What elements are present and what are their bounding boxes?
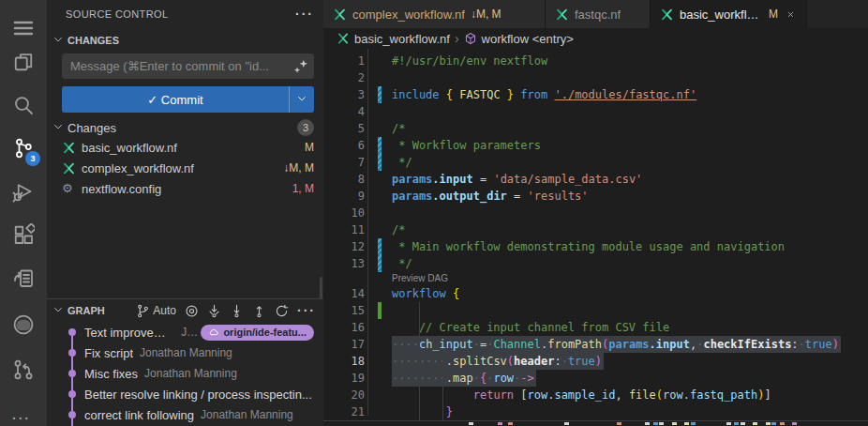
code-line-15[interactable]: 15 <box>323 302 868 319</box>
breadcrumb-symbol[interactable]: workflow <entry> <box>482 32 574 46</box>
code-line-13[interactable]: 13 */ <box>323 255 868 272</box>
nextflow-file-icon <box>333 8 347 22</box>
changes-section-header[interactable]: CHANGES <box>52 32 119 49</box>
commit-message-input[interactable] <box>62 53 314 79</box>
clipped-next-line <box>323 421 868 426</box>
graph-target-button[interactable] <box>185 304 199 318</box>
line-number: 10 <box>323 205 365 221</box>
commit-message: Fix script <box>84 346 133 360</box>
file-row-basic_workflow.nf[interactable]: basic_workflow.nfM <box>47 137 323 158</box>
code-line-5[interactable]: 5/* <box>323 120 868 137</box>
graph-more-button[interactable]: ··· <box>297 303 316 318</box>
sparkle-ai-commit-icon[interactable] <box>292 58 309 75</box>
activity-item-extensions[interactable] <box>0 216 47 253</box>
gutter-added-indicator <box>378 302 382 319</box>
commit-dropdown-button[interactable] <box>289 86 314 113</box>
commit-author: Jonathan Manning <box>144 367 237 380</box>
code-line-19[interactable]: 19········.map·{·row·-> <box>323 370 868 387</box>
breadcrumb-file[interactable]: basic_workflow.nf <box>354 32 450 46</box>
code-line-9[interactable]: 9params.output_dir = 'results' <box>323 188 868 205</box>
clipped-token <box>792 422 797 425</box>
code-line-18[interactable]: 18········.splitCsv(header:·true) <box>323 353 868 370</box>
code-line-3[interactable]: 3include { FASTQC } from './modules/fast… <box>323 86 868 103</box>
graph-refresh-button[interactable] <box>275 304 289 318</box>
activity-item-file-history[interactable] <box>0 259 47 297</box>
code-line-1[interactable]: 1#!/usr/bin/env nextflow <box>323 53 868 69</box>
activity-item-explorer[interactable] <box>0 43 47 81</box>
activity-item-search[interactable] <box>0 86 47 124</box>
changes-count-badge: 3 <box>297 119 314 136</box>
commit-row[interactable]: Misc fixesJonathan Manning <box>47 363 323 384</box>
sidebar-title-row: SOURCE CONTROL ··· <box>66 0 314 28</box>
code-line-2[interactable]: 2 <box>323 69 868 86</box>
breadcrumb-separator: › <box>455 31 459 46</box>
commit-message: correct link following <box>84 408 194 422</box>
sidebar-more-actions-button[interactable]: ··· <box>295 7 314 22</box>
activity-item-github[interactable] <box>0 306 47 343</box>
line-number: 21 <box>323 403 365 420</box>
graph-push-button[interactable] <box>252 304 266 318</box>
commit-dot <box>68 390 76 398</box>
file-row-nextflow.config[interactable]: ⚙nextflow.config1, M <box>47 178 323 199</box>
file-name: nextflow.config <box>82 182 161 196</box>
code-line-10[interactable]: 10 <box>323 205 868 221</box>
clipped-token <box>645 422 650 425</box>
clipped-token <box>508 422 513 425</box>
code-line-16[interactable]: 16 // Create input channel from CSV file <box>323 319 868 336</box>
code-line-12[interactable]: 12 * Main workflow demonstrating module … <box>323 238 868 255</box>
commit-message: Misc fixes <box>84 367 138 381</box>
line-text: workflow { <box>392 285 459 302</box>
line-number: 18 <box>323 353 365 370</box>
codelens-preview-dag[interactable]: Preview DAG <box>392 272 448 285</box>
tab-basic_workflow.nf[interactable]: basic_workflow.nfM <box>651 0 807 28</box>
commit-dot <box>68 411 76 418</box>
clipped-token <box>766 422 771 425</box>
codelens-row: Preview DAG <box>323 272 868 285</box>
more-icon: ··· <box>12 411 35 426</box>
gutter-modified-indicator <box>378 137 382 154</box>
code-line-21[interactable]: 21 } <box>323 403 868 420</box>
gutter-modified-indicator <box>378 86 382 103</box>
commit-row[interactable]: Better resolve linking / process inspect… <box>47 384 323 404</box>
code-line-4[interactable]: 4 <box>323 103 868 120</box>
commit-button[interactable]: ✓ Commit <box>62 86 314 113</box>
changes-tree-label: Changes <box>67 121 116 135</box>
code-line-7[interactable]: 7 */ <box>323 154 868 171</box>
commit-dot <box>68 349 76 357</box>
activity-item-run-and-debug[interactable] <box>0 173 47 210</box>
clipped-token <box>617 422 621 425</box>
commit-list: Text improvementJo...origin/ide-featu...… <box>47 322 323 425</box>
commit-row[interactable]: Text improvementJo...origin/ide-featu... <box>47 322 323 342</box>
activity-item-source-control[interactable]: 3 <box>0 129 47 167</box>
code-line-8[interactable]: 8params.input = 'data/sample_data.csv' <box>323 171 868 188</box>
code-editor[interactable]: 1#!/usr/bin/env nextflow23include { FAST… <box>323 49 868 426</box>
code-line-11[interactable]: 11/* <box>323 221 868 238</box>
code-line-17[interactable]: 17····ch_input·=·Channel.fromPath(params… <box>323 336 868 353</box>
file-row-complex_workflow.nf[interactable]: complex_workflow.nf↓M, M <box>47 158 323 178</box>
chevron-down-icon <box>52 34 64 47</box>
graph-fetch-button[interactable] <box>207 304 221 318</box>
changes-section-label: CHANGES <box>67 35 119 46</box>
tab-fastqc.nf[interactable]: fastqc.nf <box>546 0 651 28</box>
code-line-20[interactable]: 20 return [row.sample_id, file(row.fastq… <box>323 387 868 403</box>
graph-section-header[interactable]: GRAPH Auto··· <box>52 299 316 322</box>
activity-item-menu[interactable] <box>0 9 47 47</box>
code-line-14[interactable]: 14workflow { <box>323 285 868 302</box>
commit-row[interactable]: correct link followingJonathan Manning <box>47 404 323 425</box>
tab-close-button[interactable] <box>784 7 797 22</box>
activity-item-pull-requests[interactable] <box>0 351 47 388</box>
line-number: 6 <box>323 137 365 154</box>
clipped-token <box>564 422 569 425</box>
activity-item-additional-views[interactable]: ··· <box>0 403 47 426</box>
line-number: 4 <box>323 103 365 120</box>
git-decoration: ↓M, M <box>283 161 314 175</box>
graph-pull-button[interactable] <box>230 304 244 318</box>
line-text: /* <box>392 120 405 137</box>
commit-row[interactable]: Fix scriptJonathan Manning <box>47 342 323 363</box>
explorer-icon <box>12 51 35 73</box>
graph-branch-auto-button[interactable]: Auto <box>136 304 176 318</box>
tab-complex_workflow.nf[interactable]: complex_workflow.nf↓M, M <box>323 0 546 28</box>
changes-tree-row[interactable]: Changes 3 <box>52 118 314 137</box>
code-line-6[interactable]: 6 * Workflow parameters <box>323 137 868 154</box>
line-number: 14 <box>323 285 365 302</box>
